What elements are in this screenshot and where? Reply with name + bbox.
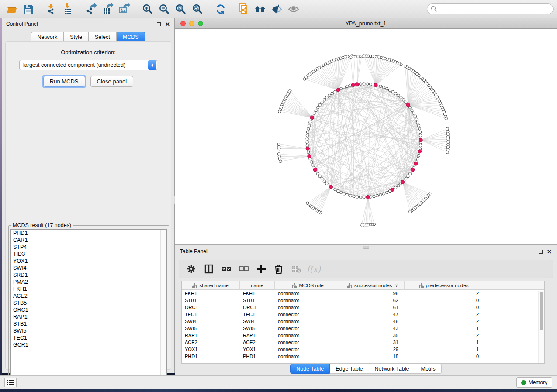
add-button[interactable]	[253, 261, 269, 276]
graph-node[interactable]	[303, 78, 306, 80]
graph-node[interactable]	[418, 150, 421, 153]
graph-node[interactable]	[419, 131, 421, 134]
criterion-select[interactable]: largest connected component (undirected)…	[19, 60, 157, 70]
graph-node[interactable]	[363, 196, 365, 199]
delete-button[interactable]	[271, 261, 287, 276]
column-header-successor-nodes[interactable]: successor nodes∨	[341, 281, 405, 290]
column-header-predecessor-nodes[interactable]: predecessor nodes	[405, 281, 483, 290]
tab-edge-table[interactable]: Edge Table	[330, 364, 369, 374]
graph-node[interactable]	[446, 127, 449, 130]
graph-node[interactable]	[414, 115, 416, 117]
graph-node[interactable]	[411, 168, 414, 172]
graph-node[interactable]	[408, 172, 411, 175]
graph-node[interactable]	[318, 175, 321, 178]
graph-node[interactable]	[409, 210, 412, 213]
first-neighbors-button[interactable]	[252, 1, 269, 17]
graph-node[interactable]	[360, 224, 363, 226]
graph-node[interactable]	[416, 157, 419, 160]
graph-node[interactable]	[415, 118, 418, 120]
mcds-result-item[interactable]: PHD1	[11, 230, 166, 237]
network-view[interactable]	[175, 29, 557, 244]
graph-node[interactable]	[359, 83, 362, 85]
column-header-name[interactable]: name	[240, 281, 275, 290]
graph-node[interactable]	[447, 135, 450, 138]
graph-node[interactable]	[418, 127, 421, 130]
graph-node[interactable]	[328, 94, 331, 97]
run-mcds-button[interactable]: Run MCDS	[43, 76, 85, 87]
graph-node[interactable]	[349, 194, 352, 197]
graph-node[interactable]	[373, 195, 375, 198]
graph-node[interactable]	[323, 99, 325, 101]
graph-node[interactable]	[446, 151, 449, 154]
show-all-button[interactable]	[285, 1, 302, 17]
search-input[interactable]	[437, 6, 550, 12]
graph-node[interactable]	[385, 191, 388, 194]
graph-node[interactable]	[407, 175, 409, 178]
graph-node[interactable]	[366, 83, 369, 85]
graph-node[interactable]	[447, 141, 450, 143]
table-row[interactable]: ORC1ORC1dominator610	[182, 304, 544, 311]
column-header-shared-name[interactable]: shared name	[182, 281, 240, 290]
graph-node[interactable]	[405, 178, 407, 180]
graph-node[interactable]	[343, 86, 346, 89]
graph-node[interactable]	[316, 106, 319, 109]
graph-node[interactable]	[417, 124, 420, 127]
table-row[interactable]: YOX1YOX1connector291	[182, 346, 544, 353]
graph-node[interactable]	[343, 193, 346, 195]
graph-node[interactable]	[446, 130, 449, 133]
table-row[interactable]: PHD1PHD1dominator180	[182, 353, 544, 360]
mcds-result-item[interactable]: RAP1	[11, 313, 166, 320]
graph-node[interactable]	[306, 131, 309, 134]
graph-node[interactable]	[379, 193, 382, 196]
column-header-MCDS-role[interactable]: MCDS role	[275, 281, 341, 290]
mcds-result-item[interactable]: FKH1	[11, 285, 166, 292]
search-box[interactable]	[427, 3, 554, 14]
memory-button[interactable]: Memory	[516, 377, 552, 388]
mcds-result-item[interactable]: ORC1	[11, 306, 166, 313]
table-scrollbar[interactable]	[538, 291, 544, 363]
graph-node[interactable]	[351, 83, 355, 86]
graph-node[interactable]	[366, 196, 370, 199]
graph-node[interactable]	[310, 116, 314, 119]
graph-node[interactable]	[336, 190, 339, 193]
graph-node[interactable]	[306, 134, 308, 137]
tab-network[interactable]: Network	[31, 32, 64, 42]
graph-node[interactable]	[331, 92, 333, 95]
table-row[interactable]: FKH1FKH1dominator962	[182, 290, 544, 297]
graph-node[interactable]	[446, 146, 449, 148]
graph-node[interactable]	[391, 188, 394, 191]
select-all-button[interactable]	[218, 261, 234, 276]
graph-node[interactable]	[363, 83, 365, 85]
graph-node[interactable]	[447, 143, 450, 146]
zoom-traffic-light[interactable]	[198, 21, 203, 26]
refresh-button[interactable]	[212, 1, 229, 17]
tab-network-table[interactable]: Network Table	[369, 364, 415, 374]
new-network-from-selection-button[interactable]	[235, 1, 252, 17]
table-row[interactable]: SWI4SWI4dominator462	[182, 318, 544, 325]
export-network-button[interactable]	[83, 1, 100, 17]
graph-node[interactable]	[325, 182, 328, 185]
tab-motifs[interactable]: Motifs	[415, 364, 441, 374]
graph-node[interactable]	[412, 112, 415, 114]
graph-node[interactable]	[416, 121, 419, 124]
graph-node[interactable]	[306, 147, 309, 150]
graph-node[interactable]	[359, 196, 362, 199]
mcds-result-item[interactable]: STB5	[11, 299, 166, 306]
graph-node[interactable]	[313, 168, 317, 172]
graph-node[interactable]	[307, 151, 310, 154]
graph-node[interactable]	[315, 109, 317, 111]
graph-node[interactable]	[316, 172, 319, 175]
graph-node[interactable]	[417, 154, 420, 157]
tab-select[interactable]: Select	[89, 32, 117, 42]
graph-node[interactable]	[311, 164, 314, 166]
node-table[interactable]: shared namenameMCDS rolesuccessor nodes∨…	[181, 281, 545, 364]
graph-node[interactable]	[334, 90, 336, 93]
graph-node[interactable]	[309, 121, 311, 124]
table-row[interactable]: ACE2ACE2connector311	[182, 339, 544, 346]
zoom-out-button[interactable]	[156, 1, 173, 17]
graph-node[interactable]	[308, 155, 311, 158]
graph-node[interactable]	[318, 103, 321, 106]
zoom-selected-button[interactable]	[189, 1, 206, 17]
graph-node[interactable]	[307, 127, 310, 130]
table-row[interactable]: SWI5SWI5connector431	[182, 325, 544, 332]
